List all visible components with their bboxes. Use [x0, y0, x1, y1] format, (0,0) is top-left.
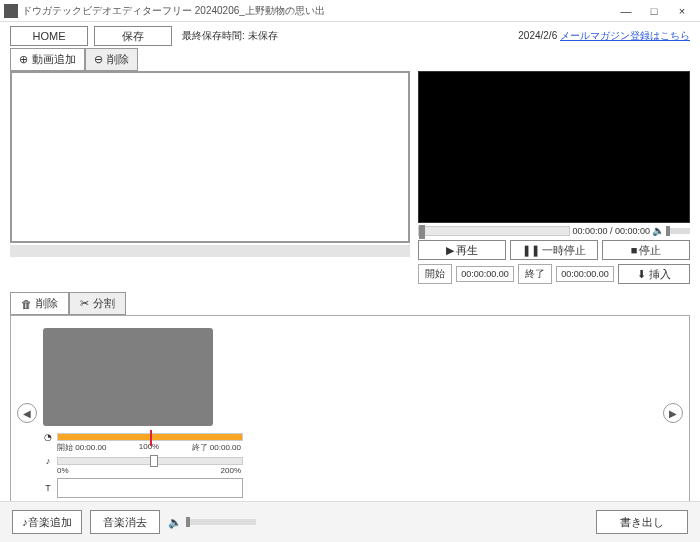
- trim-range[interactable]: [57, 433, 243, 441]
- preview-seek-row: 00:00:00 / 00:00:00 🔈: [418, 225, 690, 236]
- note-icon: ♪: [43, 456, 53, 466]
- minimize-button[interactable]: —: [612, 2, 640, 20]
- editor-tabs: 🗑削除 ✂分割: [10, 292, 690, 315]
- caption-input[interactable]: [57, 478, 243, 498]
- play-icon: ▶: [446, 244, 454, 257]
- source-scrollbar[interactable]: [10, 245, 410, 257]
- end-timecode[interactable]: 00:00:00.00: [556, 266, 614, 282]
- magazine-link[interactable]: メールマガジン登録はこちら: [560, 30, 690, 41]
- speed-slider[interactable]: [57, 457, 243, 465]
- insert-button[interactable]: ⬇挿入: [618, 264, 690, 284]
- minus-icon: ⊖: [94, 53, 103, 66]
- editor-panel: ◀ ◔ 開始 00:00.00 100% 終了 00:00.00 ♪: [10, 315, 690, 511]
- music-add-button[interactable]: ♪音楽追加: [12, 510, 82, 534]
- footer-volume-slider[interactable]: [186, 519, 256, 525]
- trash-icon: 🗑: [21, 298, 32, 310]
- source-panel: [10, 71, 410, 284]
- main-area: 00:00:00 / 00:00:00 🔈 ▶再生 ❚❚一時停止 ■停止 開始 …: [0, 71, 700, 288]
- source-tabs: ⊕ 動画追加 ⊖ 削除: [0, 48, 700, 71]
- pause-button[interactable]: ❚❚一時停止: [510, 240, 598, 260]
- clip-column: ◔ 開始 00:00.00 100% 終了 00:00.00 ♪ 0%200%: [43, 328, 243, 498]
- last-save-label: 最終保存時間: 未保存: [182, 29, 278, 43]
- titlebar: ドウガテックビデオエディターフリー 20240206_上野動物の思い出 — □ …: [0, 0, 700, 22]
- start-label[interactable]: 開始: [418, 264, 452, 284]
- clip-thumbnail[interactable]: [43, 328, 213, 426]
- tab-delete[interactable]: ⊖ 削除: [85, 48, 138, 71]
- footer: ♪音楽追加 音楽消去 🔈 書き出し: [0, 501, 700, 542]
- preview-panel: 00:00:00 / 00:00:00 🔈 ▶再生 ❚❚一時停止 ■停止 開始 …: [418, 71, 690, 284]
- pause-icon: ❚❚: [522, 244, 540, 257]
- export-button[interactable]: 書き出し: [596, 510, 688, 534]
- scissors-icon: ✂: [80, 297, 89, 310]
- end-label[interactable]: 終了: [518, 264, 552, 284]
- window-title: ドウガテックビデオエディターフリー 20240206_上野動物の思い出: [22, 4, 612, 18]
- save-button[interactable]: 保存: [94, 26, 172, 46]
- preview-volume[interactable]: [666, 228, 690, 234]
- trim-scale: 開始 00:00.00 100% 終了 00:00.00: [43, 442, 243, 453]
- date-text: 2024/2/6: [518, 30, 557, 41]
- preview-video: [418, 71, 690, 223]
- app-icon: [4, 4, 18, 18]
- speed-row: ♪: [43, 456, 243, 466]
- tab-add-video[interactable]: ⊕ 動画追加: [10, 48, 85, 71]
- stop-button[interactable]: ■停止: [602, 240, 690, 260]
- stop-icon: ■: [631, 244, 638, 256]
- editor-area: 🗑削除 ✂分割 ◀ ◔ 開始 00:00.00 100% 終了 00:00.00…: [0, 288, 700, 511]
- text-row: T: [43, 478, 243, 498]
- trim-row: ◔: [43, 432, 243, 442]
- speaker-icon[interactable]: 🔈: [652, 225, 664, 236]
- home-button[interactable]: HOME: [10, 26, 88, 46]
- preview-buttons: ▶再生 ❚❚一時停止 ■停止: [418, 240, 690, 260]
- footer-volume: 🔈: [168, 516, 256, 529]
- speaker-icon[interactable]: 🔈: [168, 516, 182, 529]
- nav-prev[interactable]: ◀: [17, 403, 37, 423]
- nav-next[interactable]: ▶: [663, 403, 683, 423]
- clock-icon: ◔: [43, 432, 53, 442]
- editor-tab-delete[interactable]: 🗑削除: [10, 292, 69, 315]
- text-icon: T: [43, 483, 53, 493]
- download-icon: ⬇: [637, 268, 646, 281]
- preview-timecode: 00:00:00 / 00:00:00: [572, 226, 650, 236]
- source-list[interactable]: [10, 71, 410, 243]
- maximize-button[interactable]: □: [640, 2, 668, 20]
- plus-icon: ⊕: [19, 53, 28, 66]
- speed-scale: 0%200%: [43, 466, 243, 475]
- start-timecode[interactable]: 00:00:00.00: [456, 266, 514, 282]
- header-right: 2024/2/6 メールマガジン登録はこちら: [518, 29, 690, 43]
- music-remove-button[interactable]: 音楽消去: [90, 510, 160, 534]
- close-button[interactable]: ×: [668, 2, 696, 20]
- editor-tab-split[interactable]: ✂分割: [69, 292, 126, 315]
- play-button[interactable]: ▶再生: [418, 240, 506, 260]
- mark-row: 開始 00:00:00.00 終了 00:00:00.00 ⬇挿入: [418, 264, 690, 284]
- header: HOME 保存 最終保存時間: 未保存 2024/2/6 メールマガジン登録はこ…: [0, 22, 700, 48]
- preview-seek[interactable]: [418, 226, 570, 236]
